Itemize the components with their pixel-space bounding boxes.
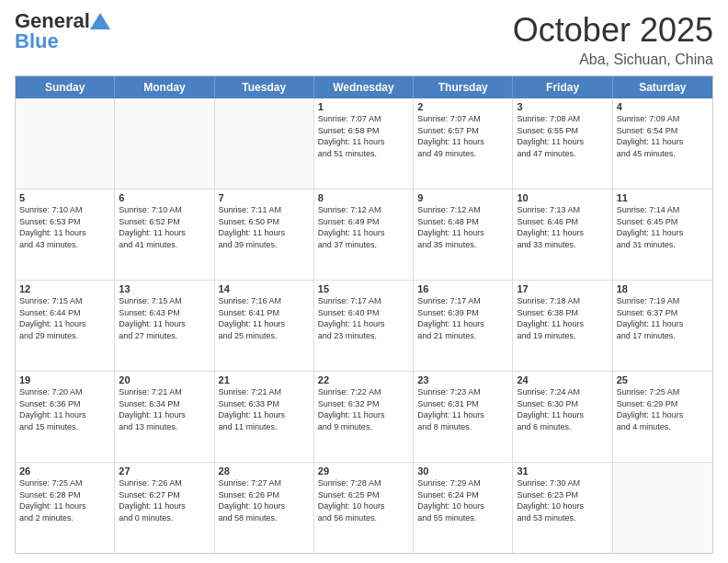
day-number: 29 xyxy=(318,465,409,477)
day-number: 22 xyxy=(318,374,409,385)
day-cell-20: 20Sunrise: 7:21 AM Sunset: 6:34 PM Dayli… xyxy=(115,372,214,462)
day-info: Sunrise: 7:21 AM Sunset: 6:34 PM Dayligh… xyxy=(119,386,210,432)
week-row-3: 12Sunrise: 7:15 AM Sunset: 6:44 PM Dayli… xyxy=(16,281,712,372)
week-row-4: 19Sunrise: 7:20 AM Sunset: 6:36 PM Dayli… xyxy=(16,372,712,463)
day-cell-15: 15Sunrise: 7:17 AM Sunset: 6:40 PM Dayli… xyxy=(314,281,414,371)
day-info: Sunrise: 7:28 AM Sunset: 6:25 PM Dayligh… xyxy=(318,477,409,523)
day-cell-12: 12Sunrise: 7:15 AM Sunset: 6:44 PM Dayli… xyxy=(16,281,115,371)
day-info: Sunrise: 7:08 AM Sunset: 6:55 PM Dayligh… xyxy=(517,113,608,159)
day-number: 16 xyxy=(417,283,508,294)
day-info: Sunrise: 7:18 AM Sunset: 6:38 PM Dayligh… xyxy=(517,295,608,341)
day-info: Sunrise: 7:25 AM Sunset: 6:29 PM Dayligh… xyxy=(617,386,709,432)
day-info: Sunrise: 7:10 AM Sunset: 6:53 PM Dayligh… xyxy=(19,204,110,250)
calendar-body: 1Sunrise: 7:07 AM Sunset: 6:58 PM Daylig… xyxy=(16,98,712,553)
day-cell-11: 11Sunrise: 7:14 AM Sunset: 6:45 PM Dayli… xyxy=(613,190,712,280)
day-number: 11 xyxy=(617,192,709,203)
day-number: 15 xyxy=(318,283,409,294)
day-number: 13 xyxy=(119,283,210,294)
day-cell-22: 22Sunrise: 7:22 AM Sunset: 6:32 PM Dayli… xyxy=(314,372,414,462)
day-info: Sunrise: 7:11 AM Sunset: 6:50 PM Dayligh… xyxy=(219,204,310,250)
day-info: Sunrise: 7:09 AM Sunset: 6:54 PM Dayligh… xyxy=(617,113,709,159)
day-info: Sunrise: 7:27 AM Sunset: 6:26 PM Dayligh… xyxy=(219,477,310,523)
day-cell-27: 27Sunrise: 7:26 AM Sunset: 6:27 PM Dayli… xyxy=(115,463,214,553)
day-cell-28: 28Sunrise: 7:27 AM Sunset: 6:26 PM Dayli… xyxy=(215,463,314,553)
empty-cell-w0c1 xyxy=(115,98,214,189)
day-info: Sunrise: 7:07 AM Sunset: 6:58 PM Dayligh… xyxy=(318,113,409,159)
day-cell-9: 9Sunrise: 7:12 AM Sunset: 6:48 PM Daylig… xyxy=(414,190,513,280)
day-cell-23: 23Sunrise: 7:23 AM Sunset: 6:31 PM Dayli… xyxy=(414,372,513,462)
day-number: 23 xyxy=(417,374,508,385)
day-number: 6 xyxy=(119,192,210,203)
logo-general-text: General xyxy=(15,11,90,31)
day-number: 24 xyxy=(517,374,608,385)
day-number: 28 xyxy=(219,465,310,477)
day-cell-16: 16Sunrise: 7:17 AM Sunset: 6:39 PM Dayli… xyxy=(414,281,513,371)
day-info: Sunrise: 7:07 AM Sunset: 6:57 PM Dayligh… xyxy=(417,113,508,159)
day-cell-21: 21Sunrise: 7:21 AM Sunset: 6:33 PM Dayli… xyxy=(215,372,314,462)
day-number: 4 xyxy=(617,101,709,112)
day-cell-18: 18Sunrise: 7:19 AM Sunset: 6:37 PM Dayli… xyxy=(613,281,712,371)
day-cell-4: 4Sunrise: 7:09 AM Sunset: 6:54 PM Daylig… xyxy=(613,98,712,189)
week-row-1: 1Sunrise: 7:07 AM Sunset: 6:58 PM Daylig… xyxy=(16,98,712,190)
day-info: Sunrise: 7:29 AM Sunset: 6:24 PM Dayligh… xyxy=(417,477,508,523)
day-info: Sunrise: 7:26 AM Sunset: 6:27 PM Dayligh… xyxy=(119,477,210,523)
day-number: 20 xyxy=(119,374,210,385)
day-info: Sunrise: 7:16 AM Sunset: 6:41 PM Dayligh… xyxy=(219,295,310,341)
day-number: 9 xyxy=(417,192,508,203)
day-cell-19: 19Sunrise: 7:20 AM Sunset: 6:36 PM Dayli… xyxy=(16,372,115,462)
day-cell-6: 6Sunrise: 7:10 AM Sunset: 6:52 PM Daylig… xyxy=(115,190,214,280)
empty-cell-w4c6 xyxy=(613,463,712,553)
header-day-friday: Friday xyxy=(513,76,612,98)
day-cell-2: 2Sunrise: 7:07 AM Sunset: 6:57 PM Daylig… xyxy=(414,98,513,189)
day-info: Sunrise: 7:15 AM Sunset: 6:43 PM Dayligh… xyxy=(119,295,210,341)
week-row-5: 26Sunrise: 7:25 AM Sunset: 6:28 PM Dayli… xyxy=(16,463,712,553)
day-info: Sunrise: 7:17 AM Sunset: 6:40 PM Dayligh… xyxy=(318,295,409,341)
day-number: 18 xyxy=(617,283,709,294)
day-number: 2 xyxy=(417,101,508,112)
day-number: 27 xyxy=(119,465,210,477)
day-cell-5: 5Sunrise: 7:10 AM Sunset: 6:53 PM Daylig… xyxy=(16,190,115,280)
day-number: 14 xyxy=(219,283,310,294)
day-number: 26 xyxy=(19,465,110,477)
day-cell-1: 1Sunrise: 7:07 AM Sunset: 6:58 PM Daylig… xyxy=(314,98,414,189)
logo-blue-text: Blue xyxy=(15,31,59,52)
day-info: Sunrise: 7:15 AM Sunset: 6:44 PM Dayligh… xyxy=(19,295,110,341)
day-cell-30: 30Sunrise: 7:29 AM Sunset: 6:24 PM Dayli… xyxy=(414,463,513,553)
day-cell-29: 29Sunrise: 7:28 AM Sunset: 6:25 PM Dayli… xyxy=(314,463,414,553)
day-cell-26: 26Sunrise: 7:25 AM Sunset: 6:28 PM Dayli… xyxy=(16,463,115,553)
day-number: 7 xyxy=(219,192,310,203)
calendar-header: SundayMondayTuesdayWednesdayThursdayFrid… xyxy=(16,76,712,98)
header-day-monday: Monday xyxy=(115,76,214,98)
day-info: Sunrise: 7:10 AM Sunset: 6:52 PM Dayligh… xyxy=(119,204,210,250)
day-info: Sunrise: 7:17 AM Sunset: 6:39 PM Dayligh… xyxy=(417,295,508,341)
day-cell-8: 8Sunrise: 7:12 AM Sunset: 6:49 PM Daylig… xyxy=(314,190,414,280)
day-number: 17 xyxy=(517,283,608,294)
svg-marker-0 xyxy=(90,13,110,29)
day-info: Sunrise: 7:14 AM Sunset: 6:45 PM Dayligh… xyxy=(617,204,709,250)
day-number: 21 xyxy=(219,374,310,385)
day-number: 25 xyxy=(617,374,709,385)
day-cell-3: 3Sunrise: 7:08 AM Sunset: 6:55 PM Daylig… xyxy=(513,98,612,189)
day-number: 5 xyxy=(19,192,110,203)
day-number: 30 xyxy=(417,465,508,477)
day-info: Sunrise: 7:12 AM Sunset: 6:48 PM Dayligh… xyxy=(417,204,508,250)
day-info: Sunrise: 7:25 AM Sunset: 6:28 PM Dayligh… xyxy=(19,477,110,523)
day-cell-10: 10Sunrise: 7:13 AM Sunset: 6:46 PM Dayli… xyxy=(513,190,612,280)
header: General Blue October 2025 Aba, Sichuan, … xyxy=(15,11,713,68)
day-cell-31: 31Sunrise: 7:30 AM Sunset: 6:23 PM Dayli… xyxy=(513,463,612,553)
day-number: 8 xyxy=(318,192,409,203)
day-info: Sunrise: 7:12 AM Sunset: 6:49 PM Dayligh… xyxy=(318,204,409,250)
header-day-thursday: Thursday xyxy=(414,76,513,98)
day-number: 1 xyxy=(318,101,409,112)
day-cell-25: 25Sunrise: 7:25 AM Sunset: 6:29 PM Dayli… xyxy=(613,372,712,462)
empty-cell-w0c0 xyxy=(16,98,115,189)
day-number: 19 xyxy=(19,374,110,385)
header-day-sunday: Sunday xyxy=(16,76,115,98)
day-cell-7: 7Sunrise: 7:11 AM Sunset: 6:50 PM Daylig… xyxy=(215,190,314,280)
logo-icon xyxy=(90,13,110,29)
day-number: 12 xyxy=(19,283,110,294)
day-number: 31 xyxy=(517,465,608,477)
calendar: SundayMondayTuesdayWednesdayThursdayFrid… xyxy=(15,75,713,554)
day-cell-14: 14Sunrise: 7:16 AM Sunset: 6:41 PM Dayli… xyxy=(215,281,314,371)
day-info: Sunrise: 7:22 AM Sunset: 6:32 PM Dayligh… xyxy=(318,386,409,432)
